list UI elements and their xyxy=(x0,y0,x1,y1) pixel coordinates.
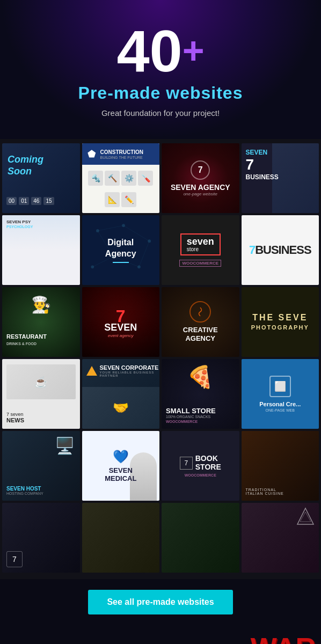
host-name: SEVEN HOST xyxy=(6,486,43,492)
small-store-name: SMALL STORE xyxy=(166,407,235,415)
tile-construction[interactable]: ⬟ CONSTRUCTION BUILDING THE FUTURE 🔩 🔨 ⚙… xyxy=(82,143,160,213)
photography-text: PHOTOGRAPHY xyxy=(251,324,309,331)
tile-host[interactable]: 🖥️ SEVEN HOST HOSTING COMPANY xyxy=(2,431,80,501)
svg-line-6 xyxy=(97,225,123,231)
hero-subtitle: Pre-made websites xyxy=(11,83,310,103)
ca-swirl-icon xyxy=(195,306,206,317)
store-sub: store xyxy=(187,246,214,252)
heartbeat-icon: 💙 xyxy=(105,449,136,464)
tile-coming-soon[interactable]: ComingSoon 00 01 46 15 xyxy=(2,143,80,213)
restaurant-label: RESTAURANTdrinks & food xyxy=(6,333,47,346)
psy-sub: PSYCHOLOGY xyxy=(6,225,33,229)
tile-medical[interactable]: 💙 SEVENMEDICAL xyxy=(82,431,160,501)
tile-dark2[interactable] xyxy=(82,503,160,573)
italian-content: TraditionalItalian Cuisine xyxy=(246,488,315,495)
tile-dark1[interactable]: 7 xyxy=(2,503,80,573)
war-text: WAR xyxy=(181,634,316,644)
server-icon: 🖥️ xyxy=(55,436,75,455)
see-all-websites-button[interactable]: See all pre-made websites xyxy=(88,590,232,614)
italian-label: TraditionalItalian Cuisine xyxy=(246,488,315,495)
small-store-sub: 100% ORGANIC SNACKS xyxy=(166,415,235,419)
tile-7business[interactable]: 7BUSINESS xyxy=(242,215,319,285)
seven-agency-sub: one-page website xyxy=(184,192,217,196)
hero-count: 40 xyxy=(116,21,182,80)
corporate-logo: SEVEN CORPORATE YOUR RELIABLE BUSINESS P… xyxy=(86,364,160,377)
tools-area: 🔩 🔨 ⚙️ 🪛 📐 ✏️ xyxy=(82,165,160,213)
tool-4: 🪛 xyxy=(138,171,153,186)
personal-label: Personal Cre... xyxy=(259,400,301,408)
business-bg xyxy=(272,143,319,213)
event-seven: SEVEN xyxy=(104,322,137,333)
seven-label: SEVEN xyxy=(246,149,279,156)
construction-sub: BUILDING THE FUTURE xyxy=(100,156,144,159)
badge-icon xyxy=(295,506,316,529)
svg-line-8 xyxy=(138,241,149,267)
tile-digital-agency[interactable]: DigitalAgency xyxy=(82,215,160,285)
grid-row-4: ☕ 7 seven NEWS SEVEN CORPORATE YOUR RELI… xyxy=(2,359,319,429)
da-line xyxy=(113,262,129,263)
tool-2: 🔨 xyxy=(105,171,120,186)
host-label: SEVEN HOST HOSTING COMPANY xyxy=(6,486,43,495)
tile-dark4[interactable] xyxy=(242,503,319,573)
coffee-icon: ☕ xyxy=(34,376,48,389)
photography-label: THE SEVE PHOTOGRAPHY xyxy=(251,312,309,331)
grid-row-1: ComingSoon 00 01 46 15 ⬟ CONSTRUCTION BU… xyxy=(2,143,319,213)
construction-header: ⬟ CONSTRUCTION BUILDING THE FUTURE xyxy=(82,143,160,165)
personal-icon: ⬜ xyxy=(269,376,291,397)
book-icon: 7 xyxy=(180,457,193,470)
construction-name: CONSTRUCTION xyxy=(100,149,144,156)
handshake-area: 🤝 xyxy=(82,387,160,429)
book-store-header: 7 BOOKSTORE xyxy=(180,455,221,471)
news-logo: 7 seven NEWS xyxy=(6,412,24,423)
war-forever-logo: WAR FOREVER xyxy=(181,634,316,644)
svg-point-1 xyxy=(122,224,125,227)
corporate-sub: YOUR RELIABLE BUSINESS PARTNER xyxy=(100,371,160,377)
seven-agency-name: SEVEN AGENCY xyxy=(171,183,230,192)
coming-soon-label: ComingSoon xyxy=(8,154,43,177)
cta-section: See all pre-made websites xyxy=(0,579,321,628)
news-image: ☕ xyxy=(6,364,76,399)
book-store-woo: WOOCOMMERCE xyxy=(185,473,216,477)
tile-seven-agency[interactable]: 7 SEVEN AGENCY one-page website xyxy=(162,143,239,213)
tile-seven-psy[interactable]: SEVEN PSYPSYCHOLOGY xyxy=(2,215,80,285)
small-store-content: SMALL STORE 100% ORGANIC SNACKS WOOCOMME… xyxy=(166,407,235,423)
chef-icon: 👨‍🍳 xyxy=(31,295,51,314)
grid-row-3: 👨‍🍳 RESTAURANTdrinks & food 7 SEVEN even… xyxy=(2,287,319,357)
creative-agency-label: CREATIVEAGENCY xyxy=(183,326,218,342)
tile-creative-agency[interactable]: CREATIVEAGENCY xyxy=(162,287,239,357)
tile-book-store[interactable]: 7 BOOKSTORE WOOCOMMERCE xyxy=(162,431,239,501)
book-store-label: BOOKSTORE xyxy=(195,455,221,471)
tile-small-store[interactable]: 🍕 SMALL STORE 100% ORGANIC SNACKS WOOCOM… xyxy=(162,359,239,429)
tile-dark3[interactable] xyxy=(162,503,239,573)
seven-circle: 7 xyxy=(191,160,210,180)
tool-1: 🔩 xyxy=(88,171,103,186)
small-store-woo: WOOCOMMERCE xyxy=(166,420,235,423)
grid-row-2: SEVEN PSYPSYCHOLOGY DigitalAgency xyxy=(2,215,319,285)
woo-badge: WOOCOMMERCE xyxy=(179,260,221,267)
tile-seven-store[interactable]: seven store WOOCOMMERCE xyxy=(162,215,239,285)
corporate-content: SEVEN CORPORATE YOUR RELIABLE BUSINESS P… xyxy=(86,364,160,377)
tile-italian[interactable]: TraditionalItalian Cuisine xyxy=(242,431,319,501)
corporate-name: SEVEN CORPORATE xyxy=(100,364,160,371)
tile-personal[interactable]: ⬜ Personal Cre... ONE-PAGE WEB xyxy=(242,359,319,429)
tile-restaurant[interactable]: 👨‍🍳 RESTAURANTdrinks & food xyxy=(2,287,80,357)
store-seven: seven xyxy=(187,237,214,246)
tile-news[interactable]: ☕ 7 seven NEWS xyxy=(2,359,80,429)
pizza-icon: 🍕 xyxy=(187,364,214,390)
construction-title: CONSTRUCTION BUILDING THE FUTURE xyxy=(100,149,144,159)
news-7: 7 seven xyxy=(6,412,24,417)
svg-marker-13 xyxy=(300,512,311,522)
hero-tagline: Great foundation for your project! xyxy=(11,108,310,118)
seven-7: 7 xyxy=(246,156,279,173)
grid-row-6: 7 xyxy=(2,503,319,573)
business-content: SEVEN 7 BUSINESS xyxy=(246,149,279,181)
tool-6: ✏️ xyxy=(121,192,136,207)
business-label: BUSINESS xyxy=(246,173,279,181)
tile-photography[interactable]: THE SEVE PHOTOGRAPHY xyxy=(242,287,319,357)
corp-triangle-icon xyxy=(86,366,97,376)
tile-corporate[interactable]: SEVEN CORPORATE YOUR RELIABLE BUSINESS P… xyxy=(82,359,160,429)
war-forever-section: 7 WAR FOREVER xyxy=(0,628,321,644)
hero-number-container: 40+ xyxy=(11,21,310,80)
tile-seven-event[interactable]: 7 SEVEN event agency xyxy=(82,287,160,357)
tile-seven-business[interactable]: SEVEN 7 BUSINESS xyxy=(242,143,319,213)
